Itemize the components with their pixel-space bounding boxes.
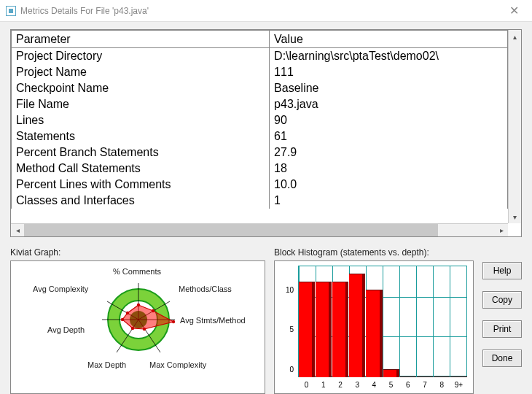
copy-button[interactable]: Copy — [482, 291, 522, 309]
help-button[interactable]: Help — [482, 262, 522, 279]
bottom-panels: Kiviat Graph: — [10, 247, 522, 381]
titlebar: Metrics Details For File 'p43.java' ✕ — [0, 0, 532, 22]
cell-value: 1 — [270, 193, 508, 209]
histogram-bar — [366, 290, 382, 377]
kiviat-label: Kiviat Graph: — [10, 247, 265, 258]
histogram-bar — [332, 282, 348, 377]
cell-param: Project Directory — [12, 48, 270, 64]
scroll-up-icon[interactable]: ▴ — [509, 30, 521, 43]
cell-value: p43.java — [270, 96, 508, 112]
table-row[interactable]: Lines90 — [12, 112, 508, 128]
close-button[interactable]: ✕ — [502, 2, 526, 19]
svg-point-15 — [131, 327, 134, 330]
histogram-label: Block Histogram (statements vs. depth): — [274, 247, 474, 258]
cell-param: Checkpoint Name — [12, 80, 270, 96]
hist-xtick: 7 — [418, 381, 432, 389]
kiviat-axis-top-left: Avg Complexity — [33, 285, 88, 293]
done-button[interactable]: Done — [482, 349, 522, 367]
cell-param: Method Call Statements — [12, 161, 270, 177]
hist-xtick: 4 — [367, 381, 381, 389]
table-row[interactable]: Percent Lines with Comments10.0 — [12, 177, 508, 193]
table-row[interactable]: Method Call Statements18 — [12, 161, 508, 177]
metrics-table-container: Parameter Value Project DirectoryD:\lear… — [10, 29, 522, 237]
cell-param: Percent Branch Statements — [12, 144, 270, 161]
kiviat-axis-bottom-right: Max Complexity — [149, 360, 206, 369]
kiviat-axis-left: Avg Depth — [47, 325, 85, 334]
app-icon — [6, 6, 16, 16]
hist-xtick: 9+ — [451, 381, 466, 389]
histogram-panel: 0123456789+ 0510 — [274, 260, 474, 394]
cell-value: 90 — [270, 112, 508, 128]
scroll-left-icon[interactable]: ◂ — [11, 224, 24, 236]
kiviat-panel: % Comments Methods/Class Avg Stmts/Metho… — [10, 260, 265, 394]
histogram-bar — [316, 282, 332, 377]
svg-point-14 — [143, 328, 146, 331]
cell-param: File Name — [12, 96, 270, 112]
hist-xtick: 8 — [434, 381, 449, 389]
hist-xtick: 0 — [300, 381, 314, 389]
cell-param: Statements — [12, 128, 270, 144]
histogram-bar — [450, 376, 466, 377]
cell-value: Baseline — [270, 80, 508, 96]
histogram-bar — [400, 376, 416, 377]
cell-param: Classes and Interfaces — [12, 193, 270, 209]
table-row[interactable]: Checkpoint NameBaseline — [12, 80, 508, 96]
table-row[interactable]: Project Name111 — [12, 64, 508, 80]
svg-point-16 — [121, 318, 124, 321]
table-row[interactable]: File Namep43.java — [12, 96, 508, 112]
histogram-bar — [299, 282, 315, 377]
hist-ytick: 5 — [279, 325, 294, 333]
cell-value: 10.0 — [270, 177, 508, 193]
svg-point-11 — [137, 304, 140, 306]
hist-xtick: 5 — [384, 381, 399, 389]
header-parameter[interactable]: Parameter — [12, 31, 270, 48]
hist-xtick: 2 — [333, 381, 348, 389]
button-column: Help Copy Print Done — [482, 247, 522, 381]
hist-xtick: 1 — [316, 381, 331, 389]
histogram-column: Block Histogram (statements vs. depth): … — [274, 247, 474, 381]
table-row[interactable]: Statements61 — [12, 128, 508, 144]
svg-point-12 — [152, 309, 154, 312]
cell-value: 61 — [270, 128, 508, 144]
vertical-scrollbar[interactable]: ▴ ▾ — [508, 30, 521, 223]
cell-param: Lines — [12, 112, 270, 128]
histogram-bar — [383, 369, 399, 377]
content-area: Parameter Value Project DirectoryD:\lear… — [0, 22, 532, 388]
kiviat-column: Kiviat Graph: — [10, 247, 265, 381]
hscroll-track[interactable] — [24, 224, 495, 236]
hist-ytick: 0 — [279, 366, 294, 374]
kiviat-axis-top-right: Methods/Class — [179, 285, 232, 293]
metrics-table: Parameter Value Project DirectoryD:\lear… — [11, 30, 508, 209]
cell-param: Percent Lines with Comments — [12, 177, 270, 193]
histogram-bar — [417, 376, 433, 377]
cell-param: Project Name — [12, 64, 270, 80]
histogram-bar — [349, 274, 365, 377]
table-row[interactable]: Classes and Interfaces1 — [12, 193, 508, 209]
cell-value: D:\learning\src\ptaTest\demo02\ — [270, 48, 508, 64]
histogram-bar — [434, 376, 450, 377]
hist-ytick: 10 — [279, 285, 294, 293]
table-row[interactable]: Project DirectoryD:\learning\src\ptaTest… — [12, 48, 508, 64]
kiviat-axis-top: % Comments — [113, 267, 161, 276]
horizontal-scrollbar[interactable]: ◂ ▸ — [11, 223, 508, 236]
print-button[interactable]: Print — [482, 320, 522, 338]
hscroll-thumb[interactable] — [24, 224, 438, 236]
cell-value: 111 — [270, 64, 508, 80]
cell-value: 18 — [270, 161, 508, 177]
svg-point-17 — [126, 312, 129, 314]
histogram-bars — [298, 266, 467, 377]
kiviat-axis-right: Avg Stmts/Method — [180, 316, 246, 325]
hist-xtick: 6 — [401, 381, 415, 389]
table-row[interactable]: Percent Branch Statements27.9 — [12, 144, 508, 161]
header-value[interactable]: Value — [270, 31, 508, 48]
hist-xtick: 3 — [350, 381, 364, 389]
cell-value: 27.9 — [270, 144, 508, 161]
svg-point-13 — [172, 320, 175, 323]
kiviat-axis-bottom-left: Max Depth — [87, 360, 126, 369]
scroll-right-icon[interactable]: ▸ — [495, 224, 508, 236]
window-title: Metrics Details For File 'p43.java' — [20, 6, 149, 16]
scroll-down-icon[interactable]: ▾ — [509, 210, 521, 223]
